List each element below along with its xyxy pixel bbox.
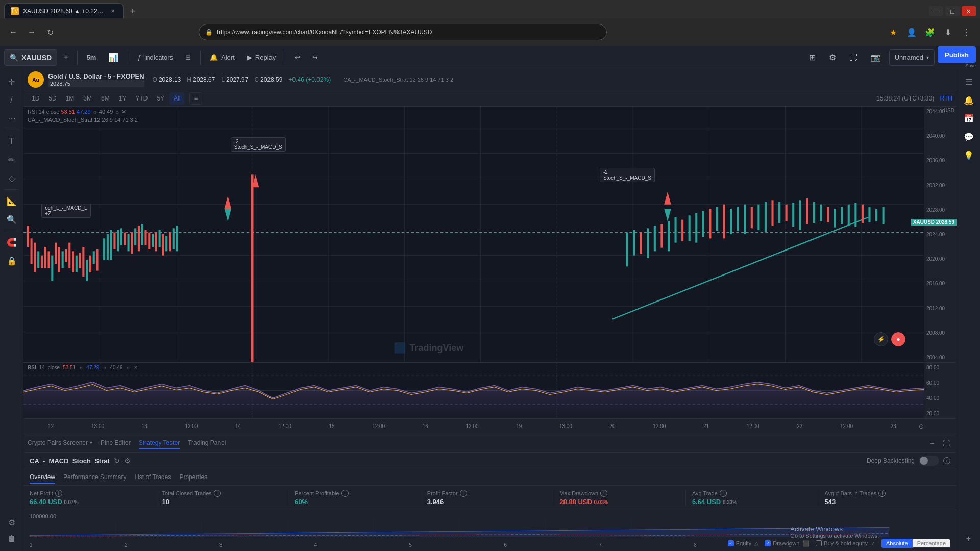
extensions-button[interactable]: 🧩: [923, 25, 937, 39]
tf-all-button[interactable]: All: [169, 92, 184, 105]
percentage-button[interactable]: Percentage: [913, 539, 950, 548]
timeframe-button[interactable]: 5m: [82, 49, 102, 66]
shapes-icon[interactable]: ◇: [4, 170, 20, 186]
percent-profitable-info-icon[interactable]: i: [341, 490, 349, 497]
text-icon[interactable]: T: [4, 133, 20, 149]
symbol-selector[interactable]: 🔍 XAUUSD: [4, 49, 57, 66]
tab-strategy-tester[interactable]: Strategy Tester: [139, 437, 180, 449]
rsi-level-60: 60.00: [926, 380, 954, 386]
tf-5d-button[interactable]: 5D: [44, 92, 60, 105]
scroll-right-icon[interactable]: ⊙: [919, 423, 924, 430]
minimize-button[interactable]: —: [929, 6, 943, 16]
close-tab-button[interactable]: ×: [109, 7, 117, 15]
tab-crypto-screener[interactable]: Crypto Pairs Screener ▾: [28, 437, 92, 449]
absolute-button[interactable]: Absolute: [881, 539, 913, 548]
strategy-tab-properties[interactable]: Properties: [179, 471, 207, 484]
drawdown-checkbox[interactable]: Drawdown ⬛: [765, 540, 810, 547]
layout-button[interactable]: ⊞: [804, 49, 821, 66]
address-bar[interactable]: 🔒 https://www.tradingview.com/chart/0Xxo…: [199, 24, 607, 40]
svg-rect-96: [813, 202, 815, 223]
widgets-button[interactable]: ⊞: [180, 49, 196, 66]
browser-tab[interactable]: TV XAUUSD 2028.60 ▲ +0.22% Un... ×: [4, 3, 124, 18]
close-window-button[interactable]: ×: [962, 6, 976, 16]
svg-rect-92: [786, 205, 788, 221]
alert-button[interactable]: 🔔 Alert: [205, 49, 240, 66]
lock-drawings-icon[interactable]: 🔒: [4, 253, 20, 269]
new-tab-button[interactable]: +: [126, 4, 140, 18]
strategy-settings-button[interactable]: ⚙: [124, 457, 131, 465]
separator-1: [77, 51, 78, 65]
settings-sidebar-icon[interactable]: ⚙: [4, 514, 20, 531]
url-text: https://www.tradingview.com/chart/0Xxooa…: [217, 29, 432, 36]
zoom-icon[interactable]: 🔍: [4, 211, 20, 228]
magnet-icon[interactable]: 🧲: [4, 234, 20, 251]
reload-button[interactable]: ↻: [43, 25, 57, 39]
cursor-icon[interactable]: ✛: [4, 73, 20, 90]
panel-maximize-button[interactable]: ⛶: [940, 437, 952, 449]
chart-settings-button[interactable]: ⚙: [824, 49, 841, 66]
download-button[interactable]: ⬇: [941, 25, 955, 39]
strategy-refresh-button[interactable]: ↻: [114, 457, 120, 465]
tab-pine-editor[interactable]: Pine Editor: [101, 437, 131, 449]
brush-icon[interactable]: ✏: [4, 152, 20, 168]
screenshot-button[interactable]: 📷: [866, 49, 886, 66]
strategy-tab-overview[interactable]: Overview: [30, 471, 55, 484]
max-drawdown-info-icon[interactable]: i: [600, 490, 607, 497]
tab-trading-panel[interactable]: Trading Panel: [188, 437, 226, 449]
chat-icon[interactable]: 💬: [961, 129, 977, 145]
svg-rect-38: [82, 247, 84, 277]
ideas-icon[interactable]: 💡: [961, 147, 977, 163]
trend-line-icon[interactable]: /: [4, 92, 20, 108]
tf-5y-button[interactable]: 5Y: [153, 92, 168, 105]
svg-rect-41: [93, 251, 95, 264]
svg-rect-93: [792, 203, 794, 227]
deep-backtesting-toggle[interactable]: Deep Backtesting i: [867, 456, 950, 466]
indicators-button[interactable]: ƒ Indicators: [132, 49, 178, 66]
total-trades-info-icon[interactable]: i: [214, 490, 221, 497]
forward-button[interactable]: →: [24, 25, 39, 39]
fullscreen-button[interactable]: ⛶: [844, 49, 863, 66]
back-button[interactable]: ←: [6, 25, 20, 39]
measure-icon[interactable]: 📐: [4, 193, 20, 209]
add-symbol-button[interactable]: +: [59, 49, 73, 66]
tf-ytd-button[interactable]: YTD: [131, 92, 152, 105]
calendar-icon[interactable]: 📅: [961, 110, 977, 127]
profit-factor-info-icon[interactable]: i: [460, 490, 467, 497]
equity-checkbox[interactable]: Equity △: [728, 540, 759, 547]
fib-icon[interactable]: ⋯: [4, 110, 20, 127]
deep-backtesting-info-icon[interactable]: i: [943, 457, 950, 464]
strategy-tab-performance[interactable]: Performance Summary: [63, 471, 126, 484]
chart-symbol-full: Gold / U.S. Dollar · 5 · FXOPEN: [48, 72, 144, 80]
tf-1y-button[interactable]: 1Y: [115, 92, 131, 105]
alerts-icon[interactable]: 🔔: [961, 92, 977, 108]
tf-6m-button[interactable]: 6M: [97, 92, 114, 105]
add-widget-icon[interactable]: +: [961, 531, 977, 547]
svg-rect-61: [162, 234, 164, 256]
panel-minimize-button[interactable]: −: [926, 437, 938, 449]
tf-1m-button[interactable]: 1M: [62, 92, 79, 105]
redo-button[interactable]: ↪: [307, 49, 323, 66]
trash-icon[interactable]: 🗑: [4, 531, 20, 547]
ohlc-data: O 2028.13 H 2028.67 L 2027.97 C 2028.59: [153, 76, 331, 83]
tf-3m-button[interactable]: 3M: [79, 92, 96, 105]
avg-bars-info-icon[interactable]: i: [878, 490, 886, 497]
chart-type-small-button[interactable]: ≡: [189, 92, 202, 105]
undo-button[interactable]: ↩: [289, 49, 305, 66]
account-selector[interactable]: Unnamed ▾: [889, 49, 935, 66]
watchlist-icon[interactable]: ☰: [961, 73, 977, 90]
chart-type-button[interactable]: 📊: [103, 49, 124, 66]
settings-button[interactable]: ⋮: [960, 25, 974, 39]
publish-button[interactable]: Publish: [938, 46, 976, 63]
strategy-tab-trades[interactable]: List of Trades: [134, 471, 171, 484]
tf-1d-button[interactable]: 1D: [28, 92, 43, 105]
replay-button[interactable]: ▶ Replay: [242, 49, 281, 66]
profile-button[interactable]: 👤: [904, 25, 919, 39]
svg-rect-27: [44, 247, 46, 268]
net-profit-info-icon[interactable]: i: [55, 490, 62, 497]
avg-trade-info-icon[interactable]: i: [720, 490, 727, 497]
buy-hold-checkbox[interactable]: Buy & hold equity ✓: [816, 540, 875, 547]
toggle-switch[interactable]: [919, 456, 939, 466]
bookmark-button[interactable]: ★: [886, 25, 900, 39]
maximize-button[interactable]: □: [945, 6, 960, 16]
activate-windows-watermark: Activate Windows Go to Settings to activ…: [790, 525, 879, 539]
